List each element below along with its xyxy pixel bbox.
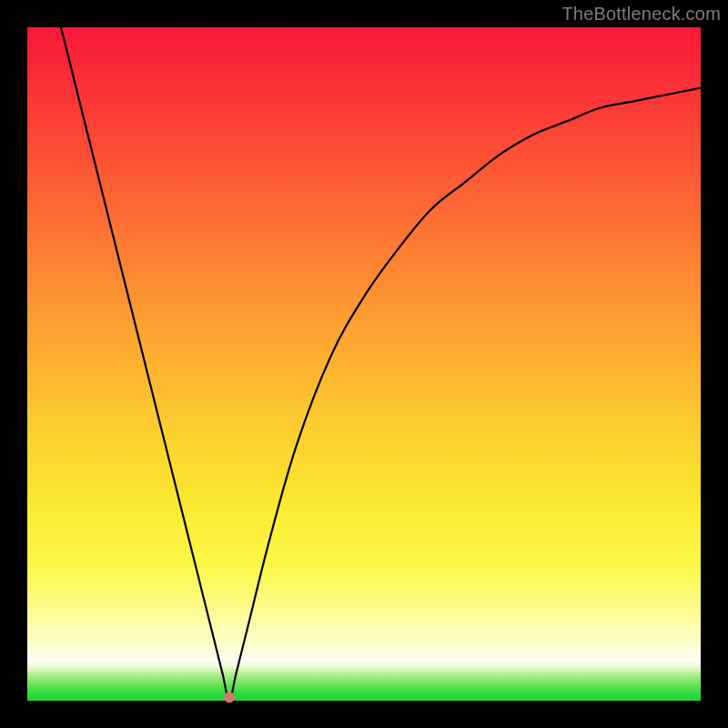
chart-frame: TheBottleneck.com <box>0 0 728 728</box>
svg-point-0 <box>224 692 235 703</box>
plot-area <box>27 27 701 701</box>
watermark-text: TheBottleneck.com <box>561 4 721 25</box>
bottleneck-curve <box>27 27 701 701</box>
